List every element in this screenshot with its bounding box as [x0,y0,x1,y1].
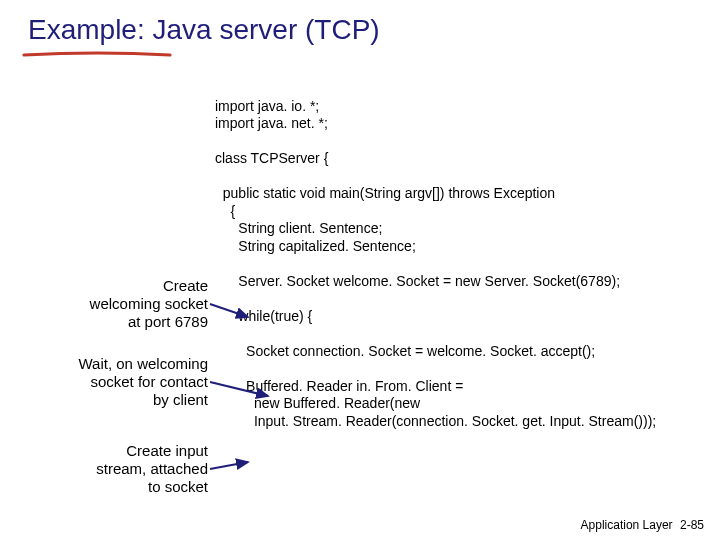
code-line: import java. net. *; [215,115,328,131]
code-line: new Buffered. Reader(new [215,395,420,411]
code-line: import java. io. *; [215,98,319,114]
code-line: String capitalized. Sentence; [215,238,416,254]
code-line: class TCPServer { [215,150,328,166]
code-line: Socket connection. Socket = welcome. Soc… [215,343,595,359]
slide-footer: Application Layer 2-85 [581,518,704,532]
code-line: public static void main(String argv[]) t… [215,185,555,201]
annotation-create-input: Create input stream, attached to socket [18,442,208,496]
code-line: Server. Socket welcome. Socket = new Ser… [215,273,620,289]
code-block: import java. io. *; import java. net. *;… [215,80,656,430]
code-line: while(true) { [215,308,312,324]
code-line: { [215,203,235,219]
title-underline [22,50,172,60]
slide-title: Example: Java server (TCP) [0,0,720,48]
footer-page: 2-85 [680,518,704,532]
footer-section: Application Layer [581,518,673,532]
svg-line-2 [210,462,248,469]
annotation-wait-contact: Wait, on welcoming socket for contact by… [18,355,208,409]
annotation-create-welcoming: Create welcoming socket at port 6789 [18,277,208,331]
code-line: Buffered. Reader in. From. Client = [215,378,463,394]
code-line: Input. Stream. Reader(connection. Socket… [215,413,656,429]
code-line: String client. Sentence; [215,220,382,236]
